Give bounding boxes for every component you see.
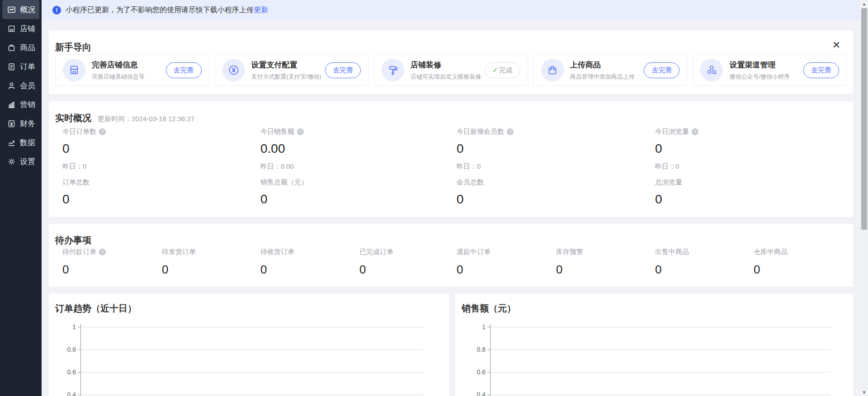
ytick-label: 1 [56,323,76,330]
todo-pending-payment: 待付款订单? 0 [62,248,106,277]
guide-item-title: 店铺装修 [410,60,481,70]
todo-refunding-orders: 退款中订单 0 [457,248,491,277]
guide-item-title: 设置渠道管理 [729,60,790,70]
guide-item-payment: 设置支付配置 支付方式配置(支付宝/微信) 去完善 [215,54,369,86]
dashboard-page: 概况 店铺 商品 订单 会员 [0,0,868,396]
ytick-label: 0.6 [466,368,486,376]
ytick-label: 0.8 [56,346,76,353]
sidebar-item-data[interactable]: 数据 [2,133,39,152]
stat-today-new-members: 今日新增会员数? 0 昨日：0 [457,127,601,171]
todo-on-sale-products: 出售中商品 0 [655,248,689,277]
info-icon: ! [52,6,61,14]
sales-chart-card: 销售额（元） 1 0.8 0.6 0.4 [455,293,853,396]
guide-item-channels: 设置渠道管理 微信公众号/微信小程序 去完善 [693,54,847,86]
sidebar-item-marketing[interactable]: 营销 [2,95,39,114]
update-notification-bar: ! 小程序已更新，为了不影响您的使用请尽快下载小程序上传更新 [42,0,860,20]
guide-item-title: 上传商品 [570,60,635,70]
help-icon[interactable]: ? [99,128,106,135]
sidebar-item-settings[interactable]: 设置 [2,152,39,171]
sidebar-item-label: 店铺 [20,24,35,34]
stat-today-views: 今日浏览量? 0 昨日：0 [655,127,800,171]
sidebar-item-overview[interactable]: 概况 [2,0,39,19]
go-complete-button[interactable]: 去完善 [166,62,202,78]
sidebar-item-order[interactable]: 订单 [2,57,39,76]
settings-icon [7,157,16,166]
done-button[interactable]: ✓完成 [485,62,520,78]
stat-today-orders: 今日订单数? 0 昨日：0 [62,127,207,171]
help-icon[interactable]: ? [692,128,698,135]
scroll-up-icon[interactable]: ▲ [860,0,868,8]
overview-icon [7,5,16,14]
realtime-overview-card: 实时概况 更新时间：2024-03-18 12:36:27 今日订单数? 0 昨… [49,101,853,217]
data-icon [7,138,16,147]
todo-completed-orders: 已完成订单 0 [359,248,393,277]
stat-total-members: 会员总数 0 [457,178,601,207]
updated-time: 更新时间：2024-03-18 12:36:27 [98,115,194,123]
sidebar-item-label: 概况 [20,5,35,15]
yen-circle-icon [222,59,245,81]
sidebar-item-label: 会员 [20,80,35,91]
product-icon [7,43,16,52]
check-icon: ✓ [492,66,498,74]
todo-card: 待办事项 待付款订单? 0 待发货订单 0 待收货订单 0 已完成订单 0 退款… [49,224,853,287]
guide-item-decoration: 店铺装修 店铺可实现自定义模板装修 ✓完成 [374,54,528,86]
order-trend-chart-card: 订单趋势（近十日） 1 0.8 0.6 0.4 [49,293,449,396]
paint-roller-icon [382,59,404,81]
guide-items-row: 完善店铺信息 完善店铺基础信息等 去完善 设置支付配置 支付方式配置(支付宝/微… [55,54,847,86]
todo-warehouse-products: 仓库中商品 0 [754,248,788,277]
todo-pending-receipt: 待收货订单 0 [260,248,294,277]
stat-total-orders: 订单总数 0 [62,178,207,207]
notification-text: 小程序已更新，为了不影响您的使用请尽快下载小程序上传 [66,5,254,15]
ytick-label: 0.4 [466,391,486,396]
sidebar-item-product[interactable]: 商品 [2,38,39,57]
sidebar-item-label: 数据 [20,137,35,148]
help-icon[interactable]: ? [297,128,304,135]
sidebar-item-label: 商品 [20,42,35,53]
scrollbar-thumb[interactable] [861,8,867,230]
todo-title: 待办事项 [55,234,91,246]
marketing-icon [7,100,16,109]
update-link[interactable]: 更新 [254,5,268,15]
guide-item-subtitle: 商品管理中添加商品上传 [570,73,635,81]
help-icon[interactable]: ? [99,249,106,255]
go-complete-button[interactable]: 去完善 [644,62,679,78]
stat-today-sales: 今日销售额? 0.00 昨日：0.00 [260,127,405,171]
sidebar-item-label: 设置 [20,156,35,167]
sidebar-item-label: 财务 [20,118,35,129]
vertical-scrollbar[interactable]: ▲ ▼ [860,0,868,396]
guide-item-title: 设置支付配置 [251,60,321,70]
newbie-guide-card: 新手导向 ✕ 完善店铺信息 完善店铺基础信息等 去完善 设置支付配置 [49,30,853,94]
todo-stock-warning: 库存预警 0 [556,248,583,277]
sidebar-item-shop[interactable]: 店铺 [2,19,39,38]
shopping-bag-icon [541,59,564,81]
ytick-label: 0.8 [466,346,486,353]
guide-item-shop-info: 完善店铺信息 完善店铺基础信息等 去完善 [55,54,209,86]
ytick-label: 0.6 [56,368,76,376]
order-icon [7,62,16,71]
sidebar-item-label: 订单 [20,61,35,72]
guide-item-subtitle: 完善店铺基础信息等 [92,73,145,81]
help-icon[interactable]: ? [507,128,514,135]
sidebar-item-member[interactable]: 会员 [2,76,39,95]
shop-icon [7,24,16,33]
channels-icon [700,59,723,81]
ytick-label: 1 [466,323,486,330]
sidebar-item-label: 营销 [20,99,35,110]
guide-item-subtitle: 店铺可实现自定义模板装修 [410,73,481,81]
storefront-icon [63,59,85,81]
go-complete-button[interactable]: 去完善 [803,62,839,78]
sales-chart: 1 0.8 0.6 0.4 [455,293,853,396]
go-complete-button[interactable]: 去完善 [325,62,361,78]
close-icon[interactable]: ✕ [831,40,841,50]
todo-pending-shipment: 待发货订单 0 [162,248,196,277]
sidebar-item-finance[interactable]: 财务 [2,114,39,133]
guide-item-subtitle: 微信公众号/微信小程序 [729,73,790,81]
stat-total-sales: 销售总额（元） 0 [260,178,405,207]
realtime-title: 实时概况 [55,112,91,124]
member-icon [7,81,16,90]
scroll-down-icon[interactable]: ▼ [860,388,868,396]
ytick-label: 0.4 [56,391,76,396]
guide-item-subtitle: 支付方式配置(支付宝/微信) [251,73,321,81]
stat-total-views: 总浏览量 0 [655,178,800,207]
guide-item-upload-product: 上传商品 商品管理中添加商品上传 去完善 [533,54,688,86]
